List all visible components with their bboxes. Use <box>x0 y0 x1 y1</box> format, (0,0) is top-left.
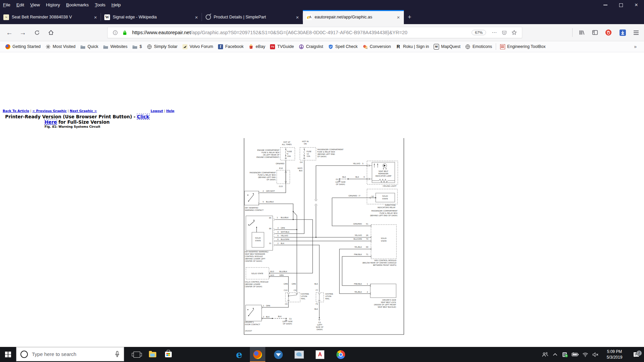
edge-button[interactable]: e <box>231 347 247 362</box>
diagram-label: FUSE & RELAY BOX <box>262 152 279 154</box>
menu-edit[interactable]: Edit <box>13 0 27 10</box>
bookmark-tvguide[interactable]: TVTVGuide <box>268 44 296 49</box>
back-button[interactable]: ← <box>4 27 15 38</box>
clock-date: 5/3/2019 <box>600 355 629 360</box>
download-button[interactable] <box>617 27 628 38</box>
bookmark-websites[interactable]: Websites <box>101 44 130 49</box>
tab-close-icon[interactable]: × <box>194 14 199 20</box>
diagram-label: BLK <box>299 170 303 172</box>
menu-file[interactable]: File <box>0 0 13 10</box>
bookmark-roku-sign-in[interactable]: RRoku | Sign in <box>393 44 431 49</box>
forward-button[interactable]: → <box>17 27 28 38</box>
file-explorer-button[interactable] <box>145 347 160 362</box>
tray-chevron-up-icon[interactable] <box>550 353 560 356</box>
bookmark-spell-check[interactable]: Spell Check <box>326 44 360 49</box>
diagram-label: 71 <box>366 253 369 255</box>
address-bar[interactable]: https://www.eautorepair.net/app/Graphic.… <box>107 27 522 38</box>
bookmark-engineering-toolbox[interactable]: Engineering ToolBox <box>497 44 548 49</box>
reload-button[interactable] <box>32 27 42 38</box>
bookmark-conversion[interactable]: Conversion <box>360 44 393 49</box>
microphone-icon[interactable] <box>115 351 120 358</box>
menu-view[interactable]: View <box>27 0 43 10</box>
diagram-label: 51 <box>366 223 369 225</box>
chrome-button[interactable] <box>333 347 348 362</box>
bookmark-mapquest[interactable]: MMapQuest <box>431 44 463 49</box>
minimize-icon <box>603 5 607 5</box>
library-button[interactable] <box>576 27 587 38</box>
heading-text: for Full-Size Version <box>57 119 109 125</box>
tab-bar: ~ Seat Belt Reminder 30884038 V × W Sign… <box>0 10 644 24</box>
tab-close-icon[interactable]: × <box>396 14 400 20</box>
bookmarks-overflow-chevron-icon[interactable]: » <box>634 44 641 49</box>
tab-wikipedia[interactable]: W Signal edge - Wikipedia × <box>101 10 202 24</box>
diagram-label: B10 <box>270 270 274 273</box>
people-icon[interactable] <box>540 352 550 357</box>
diagram-label: DISTRIB- <box>325 293 333 295</box>
bookmark-craigslist[interactable]: Craigslist <box>296 44 325 49</box>
start-button[interactable] <box>0 347 16 362</box>
home-button[interactable] <box>46 27 56 38</box>
link-back-to-article[interactable]: Back To Article <box>3 109 29 113</box>
bookmark-label: Craigslist <box>306 44 323 49</box>
diagram-label: STATE <box>255 240 261 242</box>
gear-icon <box>45 44 51 49</box>
acrobat-button[interactable]: A <box>312 347 328 362</box>
new-tab-button[interactable]: + <box>404 10 415 24</box>
firefox-button-active[interactable] <box>250 347 265 362</box>
conversion-icon <box>362 44 368 49</box>
diagram-label: SEAT BELT LOCK <box>381 301 396 303</box>
mail-app-button[interactable] <box>291 347 307 362</box>
tab-eautorepair-active[interactable]: eA eautorepair.net/app/Graphic.as × <box>303 10 404 24</box>
task-view-button[interactable] <box>129 347 145 362</box>
menu-tools[interactable]: Tools <box>92 0 109 10</box>
taskbar-search[interactable]: Type here to search <box>16 347 124 361</box>
restore-button[interactable] <box>613 0 629 10</box>
diagram-label: HOT AT <box>283 141 290 143</box>
tab-close-icon[interactable]: × <box>93 14 98 20</box>
wifi-icon[interactable] <box>580 352 590 357</box>
tab-seat-belt-reminder[interactable]: ~ Seat Belt Reminder 30884038 V × <box>0 10 101 24</box>
diagram-label: 1 <box>277 217 278 219</box>
diagram-label: WARNING CONTACT <box>245 209 264 211</box>
tab-close-icon[interactable]: × <box>295 14 300 20</box>
action-center-button[interactable]: 2 <box>629 352 644 358</box>
bookmark-volvo-forum[interactable]: Volvo Forum <box>180 44 215 49</box>
url-text[interactable]: https://www.eautorepair.net/app/Graphic.… <box>132 30 468 35</box>
adblock-hand-button[interactable] <box>603 27 614 38</box>
tab-simplepart[interactable]: Product Details | SimplePart × <box>202 10 303 24</box>
battery-icon[interactable] <box>570 352 580 357</box>
bookmark-ebay[interactable]: eBay <box>246 44 268 49</box>
link-separator: | <box>67 109 70 113</box>
bookmark--[interactable]: $ <box>130 44 144 49</box>
link-logout[interactable]: Logout <box>151 109 163 113</box>
menu-help[interactable]: Help <box>108 0 124 10</box>
link--previous-graphic[interactable]: < Previous Graphic <box>32 109 66 113</box>
link-help[interactable]: Help <box>166 109 174 113</box>
page-actions-icon[interactable]: ⋯ <box>492 29 497 36</box>
tray-app-icon[interactable] <box>560 352 570 358</box>
app-menu-button[interactable] <box>631 27 641 38</box>
pocket-icon[interactable] <box>502 30 507 35</box>
bookmark-simply-solar[interactable]: Simply Solar <box>144 44 180 49</box>
thunderbird-button[interactable] <box>271 347 286 362</box>
secure-lock-icon[interactable] <box>122 30 127 35</box>
store-icon <box>165 352 172 357</box>
bookmark-emoticons[interactable]: Emoticons <box>463 44 494 49</box>
page-info-icon[interactable] <box>113 30 118 35</box>
bookmark-star-icon[interactable] <box>512 30 517 35</box>
menu-history[interactable]: History <box>43 0 63 10</box>
taskbar-clock[interactable]: 5:09 PM 5/3/2019 <box>600 349 629 360</box>
diagram-label: KEY INSERTED <box>245 207 258 209</box>
volume-muted-icon[interactable] <box>590 352 600 357</box>
zoom-level-badge[interactable]: 67% <box>472 30 486 35</box>
bookmark-most-visited[interactable]: Most Visited <box>43 44 78 49</box>
menu-bookmarks[interactable]: Bookmarks <box>63 0 92 10</box>
bookmark-facebook[interactable]: fFacebook <box>215 44 246 49</box>
link-next-graphic-[interactable]: Next Graphic > <box>70 109 97 113</box>
bookmark-getting-started[interactable]: Getting Started <box>3 44 43 49</box>
close-button[interactable]: × <box>629 0 644 10</box>
minimize-button[interactable] <box>598 0 613 10</box>
sidebar-button[interactable] <box>590 27 600 38</box>
microsoft-store-button[interactable] <box>161 347 176 362</box>
bookmark-quick[interactable]: Quick <box>78 44 101 49</box>
